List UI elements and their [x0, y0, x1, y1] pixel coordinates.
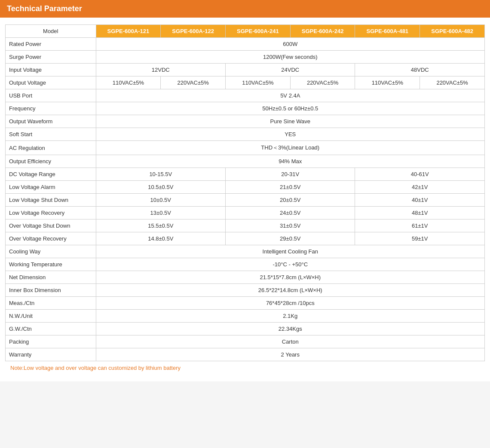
- table-row: Input Voltage12VDC24VDC48VDC: [6, 64, 485, 76]
- row-label: Inner Box Dimension: [6, 284, 96, 297]
- row-value-group: 10±0.5V: [96, 194, 225, 207]
- row-label: Rated Power: [6, 38, 96, 51]
- model-col-3: SGPE-600A-241: [226, 25, 291, 38]
- page-title: Technical Parameter: [0, 0, 490, 18]
- row-value-group: 24±0.5V: [226, 207, 355, 219]
- row-value-span: 2.1Kg: [96, 310, 484, 323]
- row-value-span: 2 Years: [96, 348, 484, 361]
- row-value-span: Carton: [96, 335, 484, 348]
- row-value-group: 40-61V: [355, 168, 485, 181]
- note-text: Note:Low voltage and over voltage can cu…: [5, 361, 485, 373]
- row-value-span: -10°C - +50°C: [96, 258, 484, 271]
- model-col-1: SGPE-600A-121: [96, 25, 161, 38]
- row-label: Low Voltage Shut Down: [6, 194, 96, 207]
- row-value-group: 14.8±0.5V: [96, 232, 225, 245]
- table-row: Over Voltage Recovery14.8±0.5V29±0.5V59±…: [6, 232, 485, 245]
- row-label: DC Voltage Range: [6, 168, 96, 181]
- table-row: Frequency50Hz±0.5 or 60Hz±0.5: [6, 102, 485, 115]
- row-label: Net Dimension: [6, 271, 96, 284]
- row-value-span: 50Hz±0.5 or 60Hz±0.5: [96, 102, 484, 115]
- row-value-group: 40±1V: [355, 194, 485, 207]
- table-row: Working Temperature-10°C - +50°C: [6, 258, 485, 271]
- row-label: USB Port: [6, 89, 96, 102]
- row-value-group: 13±0.5V: [96, 207, 225, 219]
- table-row: Low Voltage Recovery13±0.5V24±0.5V48±1V: [6, 207, 485, 219]
- row-label: Warranty: [6, 348, 96, 361]
- row-value-span: 5V 2.4A: [96, 89, 484, 102]
- row-label: Soft Start: [6, 128, 96, 141]
- table-row: Meas./Ctn76*45*28cm /10pcs: [6, 297, 485, 310]
- row-value-cell: 220VAC±5%: [161, 76, 226, 89]
- row-value-span: 26.5*22*14.8cm (L×W×H): [96, 284, 484, 297]
- row-label: Output Efficiency: [6, 155, 96, 168]
- row-value-span: 600W: [96, 38, 484, 51]
- row-value-cell: 220VAC±5%: [290, 76, 355, 89]
- table-row: N.W./Unit2.1Kg: [6, 310, 485, 323]
- model-col-2: SGPE-600A-122: [161, 25, 226, 38]
- row-value-group: 61±1V: [355, 219, 485, 232]
- row-value-cell: 220VAC±5%: [420, 76, 485, 89]
- table-row: Over Voltage Shut Down15.5±0.5V31±0.5V61…: [6, 219, 485, 232]
- row-label: N.W./Unit: [6, 310, 96, 323]
- table-body: Rated Power600WSurge Power1200W(Few seco…: [6, 38, 485, 361]
- row-label: Meas./Ctn: [6, 297, 96, 310]
- table-row: Warranty2 Years: [6, 348, 485, 361]
- row-label: Low Voltage Alarm: [6, 181, 96, 194]
- row-label: Packing: [6, 335, 96, 348]
- row-label: Output Voltage: [6, 76, 96, 89]
- row-value-group: 59±1V: [355, 232, 485, 245]
- row-label: Input Voltage: [6, 64, 96, 76]
- row-label: Cooling Way: [6, 245, 96, 258]
- row-value-cell: 110VAC±5%: [226, 76, 291, 89]
- model-col-4: SGPE-600A-242: [290, 25, 355, 38]
- row-value-group: 31±0.5V: [226, 219, 355, 232]
- technical-parameter-table: Model SGPE-600A-121 SGPE-600A-122 SGPE-6…: [5, 24, 485, 361]
- table-row: AC RegulationTHD＜3%(Linear Load): [6, 141, 485, 155]
- row-label: Low Voltage Recovery: [6, 207, 96, 219]
- table-header-row: Model SGPE-600A-121 SGPE-600A-122 SGPE-6…: [6, 25, 485, 38]
- row-value-group: 10-15.5V: [96, 168, 225, 181]
- table-row: Output Efficiency94% Max: [6, 155, 485, 168]
- row-value-group: 20-31V: [226, 168, 355, 181]
- row-label: AC Regulation: [6, 141, 96, 155]
- row-value-span: 21.5*15*7.8cm (L×W×H): [96, 271, 484, 284]
- row-value-group: 48VDC: [355, 64, 485, 76]
- row-value-group: 21±0.5V: [226, 181, 355, 194]
- row-value-group: 24VDC: [226, 64, 355, 76]
- table-row: Output WaveformPure Sine Wave: [6, 115, 485, 128]
- table-row: Low Voltage Shut Down10±0.5V20±0.5V40±1V: [6, 194, 485, 207]
- table-row: DC Voltage Range10-15.5V20-31V40-61V: [6, 168, 485, 181]
- row-value-cell: 110VAC±5%: [355, 76, 420, 89]
- row-label: Working Temperature: [6, 258, 96, 271]
- row-value-group: 10.5±0.5V: [96, 181, 225, 194]
- table-row: Net Dimension21.5*15*7.8cm (L×W×H): [6, 271, 485, 284]
- table-row: PackingCarton: [6, 335, 485, 348]
- row-label: Over Voltage Shut Down: [6, 219, 96, 232]
- row-value-group: 48±1V: [355, 207, 485, 219]
- row-label: Surge Power: [6, 51, 96, 64]
- row-label: Output Waveform: [6, 115, 96, 128]
- row-value-group: 12VDC: [96, 64, 225, 76]
- table-row: Soft StartYES: [6, 128, 485, 141]
- table-row: Output Voltage110VAC±5%220VAC±5%110VAC±5…: [6, 76, 485, 89]
- row-value-span: 1200W(Few seconds): [96, 51, 484, 64]
- table-row: Rated Power600W: [6, 38, 485, 51]
- row-value-span: 94% Max: [96, 155, 484, 168]
- row-label: Frequency: [6, 102, 96, 115]
- table-row: Inner Box Dimension26.5*22*14.8cm (L×W×H…: [6, 284, 485, 297]
- row-label: G.W./Ctn: [6, 323, 96, 335]
- row-value-group: 15.5±0.5V: [96, 219, 225, 232]
- table-row: Low Voltage Alarm10.5±0.5V21±0.5V42±1V: [6, 181, 485, 194]
- table-row: Cooling WayIntelligent Cooling Fan: [6, 245, 485, 258]
- row-value-span: 76*45*28cm /10pcs: [96, 297, 484, 310]
- row-value-cell: 110VAC±5%: [96, 76, 161, 89]
- table-row: USB Port5V 2.4A: [6, 89, 485, 102]
- row-value-span: Pure Sine Wave: [96, 115, 484, 128]
- row-value-group: 42±1V: [355, 181, 485, 194]
- model-col-5: SGPE-600A-481: [355, 25, 420, 38]
- table-row: G.W./Ctn22.34Kgs: [6, 323, 485, 335]
- table-row: Surge Power1200W(Few seconds): [6, 51, 485, 64]
- row-value-span: 22.34Kgs: [96, 323, 484, 335]
- row-value-span: Intelligent Cooling Fan: [96, 245, 484, 258]
- model-label: Model: [6, 25, 96, 38]
